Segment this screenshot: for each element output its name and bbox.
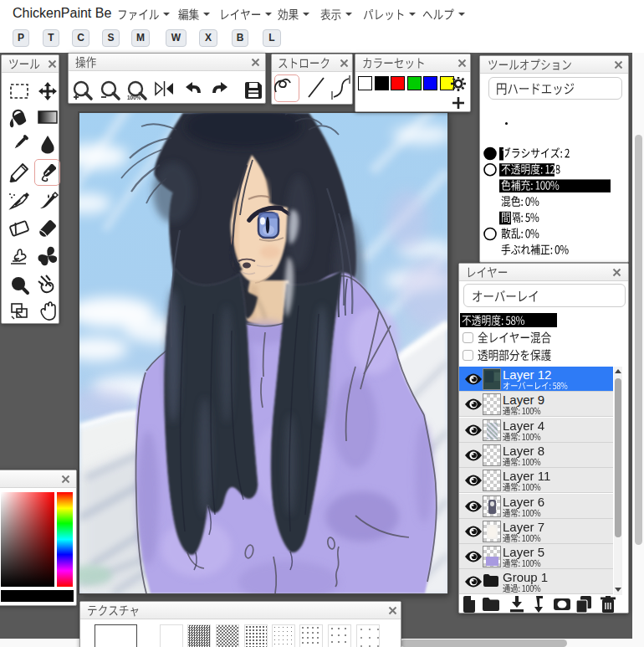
- svg-text:100%: 100%: [127, 95, 141, 100]
